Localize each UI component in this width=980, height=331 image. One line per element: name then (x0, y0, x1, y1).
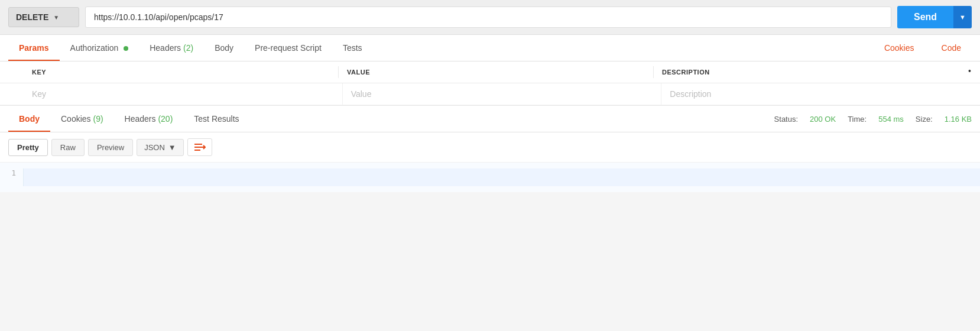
method-select[interactable]: DELETE ▼ (8, 7, 79, 27)
tab-headers[interactable]: Headers (2) (139, 35, 204, 61)
format-label: JSON (144, 143, 165, 152)
line-numbers: 1 (0, 168, 24, 186)
value-placeholder[interactable]: Value (343, 83, 662, 105)
tab-body[interactable]: Body (204, 35, 244, 61)
table-row: Key Value Description (0, 83, 980, 105)
top-bar: DELETE ▼ Send ▼ (0, 0, 980, 35)
body-controls: Pretty Raw Preview JSON ▼ (0, 132, 980, 163)
tab-response-cookies[interactable]: Cookies (9) (50, 106, 114, 132)
tab-test-results[interactable]: Test Results (183, 106, 249, 132)
extra-col-header: • (968, 66, 980, 78)
tab-pre-request-script[interactable]: Pre-request Script (244, 35, 332, 61)
time-value: 554 ms (878, 115, 904, 124)
url-input[interactable] (85, 7, 891, 28)
time-label: Time: (848, 115, 867, 124)
pretty-button[interactable]: Pretty (8, 139, 48, 156)
preview-button[interactable]: Preview (88, 139, 133, 156)
tab-tests[interactable]: Tests (332, 35, 373, 61)
desc-placeholder[interactable]: Description (661, 83, 980, 105)
wrap-icon (194, 142, 206, 152)
send-dropdown-button[interactable]: ▼ (953, 6, 972, 28)
format-chevron: ▼ (168, 143, 176, 152)
tab-authorization[interactable]: Authorization (60, 35, 139, 61)
size-value: 1.16 KB (945, 115, 972, 124)
check-col-header (0, 66, 24, 78)
format-button[interactable]: JSON ▼ (137, 139, 184, 156)
value-col-header: VALUE (339, 66, 654, 78)
tab-params[interactable]: Params (8, 35, 60, 61)
code-content[interactable] (24, 168, 980, 186)
tab-code-right[interactable]: Code (931, 35, 972, 61)
wrap-button[interactable] (187, 138, 212, 156)
key-col-header: KEY (24, 66, 339, 78)
method-chevron: ▼ (53, 14, 59, 21)
tab-right-group: Cookies Code (874, 35, 972, 61)
tab-cookies-right[interactable]: Cookies (874, 35, 925, 61)
code-area: 1 (0, 163, 980, 192)
table-header: KEY VALUE DESCRIPTION • (0, 61, 980, 83)
status-value: 200 OK (810, 115, 836, 124)
desc-col-header: DESCRIPTION (654, 66, 968, 78)
size-label: Size: (916, 115, 933, 124)
request-tabs: Params Authorization Headers (2) Body Pr… (8, 35, 972, 61)
response-meta: Status: 200 OK Time: 554 ms Size: 1.16 K… (774, 115, 972, 124)
send-btn-container: Send ▼ (897, 6, 972, 28)
line-number: 1 (7, 168, 16, 177)
send-button[interactable]: Send (897, 6, 953, 28)
response-tabs: Body Cookies (9) Headers (20) Test Resul… (8, 106, 774, 132)
status-label: Status: (774, 115, 798, 124)
raw-button[interactable]: Raw (51, 139, 85, 156)
authorization-dot (124, 46, 128, 51)
method-label: DELETE (16, 12, 48, 22)
key-placeholder[interactable]: Key (24, 83, 343, 105)
response-tabs-section: Body Cookies (9) Headers (20) Test Resul… (0, 106, 980, 132)
tab-response-body[interactable]: Body (8, 106, 50, 132)
tab-response-headers[interactable]: Headers (20) (114, 106, 184, 132)
request-tabs-section: Params Authorization Headers (2) Body Pr… (0, 35, 980, 61)
params-table: KEY VALUE DESCRIPTION • Key Value Descri… (0, 61, 980, 106)
